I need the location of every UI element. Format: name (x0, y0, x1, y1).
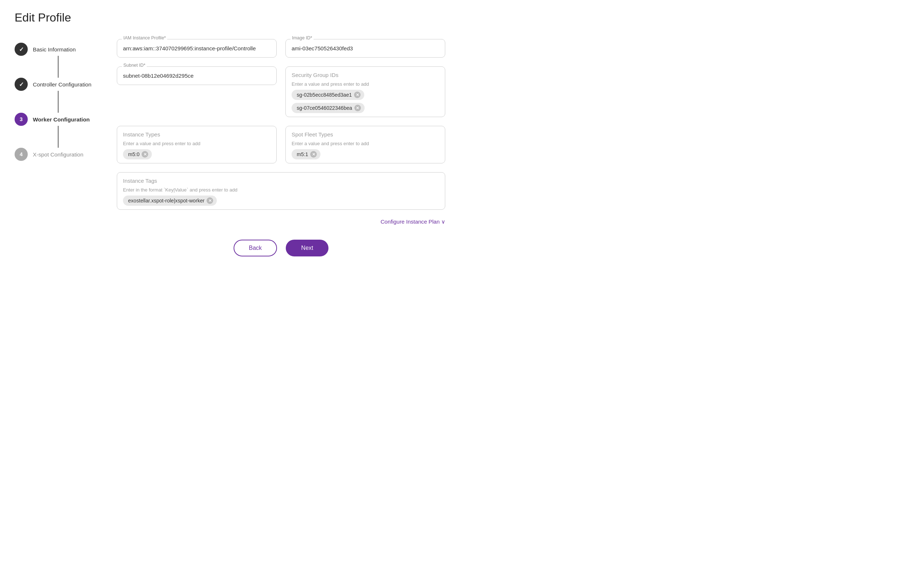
spot-fleet-types-label: Spot Fleet Types (292, 131, 333, 138)
instance-tags-hint: Enter in the format `Key|Value` and pres… (123, 187, 439, 193)
step-connector-2 (57, 91, 59, 113)
step-basic-information: ✓ Basic Information (15, 43, 95, 56)
iam-label: IAM Instance Profile* (122, 36, 167, 40)
subnet-id-field: Subnet ID* (117, 67, 277, 117)
instance-types-label: Instance Types (123, 131, 160, 138)
security-group-ids-field[interactable]: Security Group IDs Enter a value and pre… (286, 67, 445, 117)
spot-fleet-types-field[interactable]: Spot Fleet Types Enter a value and press… (286, 126, 445, 163)
instance-tags-label: Instance Tags (123, 178, 157, 184)
step-circle-2: ✓ (15, 78, 28, 91)
security-group-ids-label: Security Group IDs (292, 72, 338, 78)
form-row-4: Instance Tags Enter in the format `Key|V… (117, 172, 445, 210)
step-circle-1: ✓ (15, 43, 28, 56)
bottom-buttons: Back Next (117, 240, 445, 257)
configure-instance-plan-link[interactable]: Configure Instance Plan ∨ (381, 218, 445, 225)
step-controller-configuration: ✓ Controller Configuration (15, 78, 95, 91)
step-circle-3: 3 (15, 113, 28, 126)
step-label-3: Worker Configuration (33, 116, 90, 122)
remove-spot-fleet-1[interactable]: ✕ (310, 151, 317, 158)
instance-tags-field[interactable]: Instance Tags Enter in the format `Key|V… (117, 172, 445, 210)
step-xspot-configuration: 4 X-spot Configuration (15, 148, 95, 161)
next-button[interactable]: Next (286, 240, 329, 257)
security-group-hint: Enter a value and press enter to add (292, 81, 439, 87)
image-id-input[interactable] (286, 39, 445, 58)
remove-instance-type-1[interactable]: ✕ (141, 151, 148, 158)
stepper: ✓ Basic Information ✓ Controller Configu… (15, 39, 95, 257)
page-title: Edit Profile (15, 11, 885, 25)
remove-security-group-1[interactable]: ✕ (354, 91, 361, 98)
image-id-field: Image ID* (286, 39, 445, 58)
step-label-2: Controller Configuration (33, 81, 91, 88)
list-item: sg-02b5ecc8485ed3ae1 ✕ (292, 90, 364, 100)
list-item: sg-07ce0546022346bea ✕ (292, 103, 365, 113)
list-item: exostellar.xspot-role|xspot-worker ✕ (123, 195, 217, 206)
remove-security-group-2[interactable]: ✕ (354, 105, 361, 111)
step-connector-3 (57, 126, 59, 148)
instance-types-hint: Enter a value and press enter to add (123, 141, 270, 146)
form-area: IAM Instance Profile* Image ID* Subnet I… (117, 39, 445, 257)
instance-types-container: m5:0 ✕ (123, 149, 270, 159)
step-connector-1 (57, 56, 59, 78)
step-label-1: Basic Information (33, 46, 76, 53)
form-row-2: Subnet ID* Security Group IDs Enter a va… (117, 67, 445, 117)
configure-instance-plan-section: Configure Instance Plan ∨ (117, 218, 445, 225)
spot-fleet-types-container: m5:1 ✕ (292, 149, 439, 159)
iam-input[interactable] (117, 39, 277, 58)
back-button[interactable]: Back (234, 240, 277, 257)
step-circle-4: 4 (15, 148, 28, 161)
spot-fleet-hint: Enter a value and press enter to add (292, 141, 439, 146)
subnet-id-label: Subnet ID* (122, 63, 147, 68)
instance-tags-container: exostellar.xspot-role|xspot-worker ✕ (123, 195, 439, 206)
image-id-label: Image ID* (290, 36, 313, 40)
security-groups-container: sg-02b5ecc8485ed3ae1 ✕ sg-07ce0546022346… (292, 90, 439, 113)
chevron-down-icon: ∨ (441, 218, 445, 225)
step-label-4: X-spot Configuration (33, 152, 83, 158)
subnet-id-input[interactable] (117, 67, 277, 85)
step-worker-configuration: 3 Worker Configuration (15, 113, 95, 126)
instance-types-field[interactable]: Instance Types Enter a value and press e… (117, 126, 277, 163)
list-item: m5:0 ✕ (123, 149, 152, 159)
form-row-1: IAM Instance Profile* Image ID* (117, 39, 445, 58)
list-item: m5:1 ✕ (292, 149, 320, 159)
form-row-3: Instance Types Enter a value and press e… (117, 126, 445, 163)
iam-instance-profile-field: IAM Instance Profile* (117, 39, 277, 58)
remove-instance-tag-1[interactable]: ✕ (206, 197, 213, 204)
